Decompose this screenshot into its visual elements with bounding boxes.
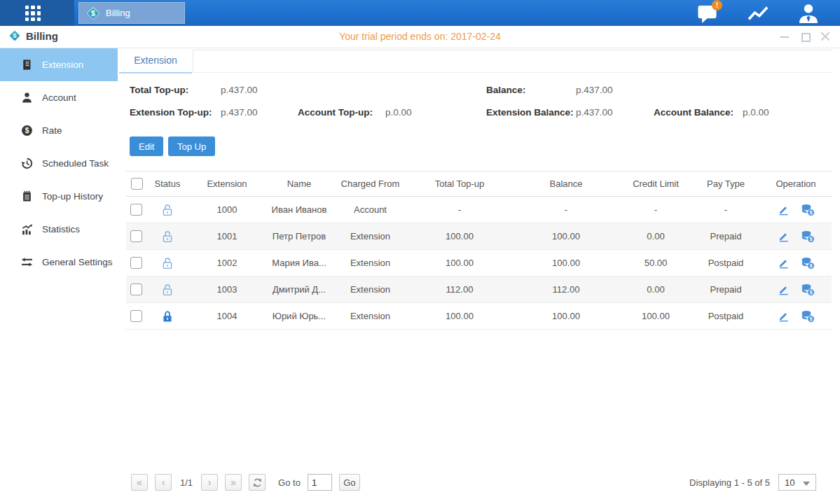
cell-extension: 1004 — [189, 303, 265, 330]
topup-row-icon[interactable] — [801, 310, 815, 323]
edit-row-icon[interactable] — [778, 284, 790, 295]
tab-extension[interactable]: Extension — [119, 48, 192, 74]
billing-app-window: Billing ! Billing Your trial period ends… — [0, 0, 840, 504]
cell-pay-type: - — [691, 197, 760, 223]
sidebar-item-topup-history[interactable]: Top-up History — [0, 180, 118, 213]
table-header-row: Status Extension Name Charged From Total… — [126, 172, 832, 197]
cell-charged-from: Extension — [333, 303, 407, 330]
cell-extension: 1000 — [189, 197, 265, 223]
trial-notice: Your trial period ends on: 2017-02-24 — [0, 31, 840, 42]
sidebar-item-extension[interactable]: Extension — [0, 48, 118, 81]
top-up-button[interactable]: Top Up — [168, 136, 215, 156]
goto-label: Go to — [278, 477, 301, 488]
row-checkbox[interactable] — [130, 230, 142, 242]
topup-row-icon[interactable] — [801, 230, 815, 243]
cell-balance: 100.00 — [512, 250, 620, 276]
lock-open-icon — [162, 204, 173, 216]
sidebar-item-general-settings[interactable]: General Settings — [0, 246, 118, 279]
sidebar-item-scheduled-task[interactable]: Scheduled Task — [0, 147, 118, 180]
edit-row-icon[interactable] — [778, 257, 790, 269]
account-balance-label: Account Balance: — [654, 107, 734, 118]
page-size-select[interactable]: 10 — [778, 474, 816, 491]
sidebar-item-label: Top-up History — [42, 191, 103, 202]
extension-table: Status Extension Name Charged From Total… — [126, 171, 832, 330]
cell-charged-from: Extension — [333, 250, 407, 276]
billing-diamond-icon — [86, 6, 100, 20]
app-grid-icon[interactable] — [25, 6, 41, 21]
sidebar-item-account[interactable]: Account — [0, 81, 118, 114]
cell-balance: - — [512, 197, 620, 223]
last-page-button[interactable]: » — [225, 474, 242, 491]
cell-credit-limit: 100.00 — [620, 303, 691, 330]
cell-extension: 1003 — [189, 276, 265, 303]
refresh-button[interactable] — [249, 474, 266, 491]
minimize-button[interactable] — [780, 31, 790, 41]
cell-pay-type: Prepaid — [691, 276, 760, 303]
window-controls — [780, 31, 830, 41]
goto-page-input[interactable] — [308, 474, 332, 491]
stats-icon — [21, 223, 33, 235]
col-credit-limit: Credit Limit — [620, 172, 691, 197]
person-icon — [21, 92, 33, 104]
cell-pay-type: Postpaid — [691, 250, 760, 276]
cell-balance: 112.00 — [512, 276, 620, 303]
col-total-topup: Total Top-up — [407, 172, 512, 197]
edit-row-icon[interactable] — [778, 230, 790, 242]
select-all-checkbox[interactable] — [131, 178, 143, 190]
cell-name: Иван Иванов — [265, 197, 333, 223]
statistics-chart-icon[interactable] — [746, 3, 770, 24]
cell-credit-limit: 50.00 — [620, 250, 691, 276]
table-row: 1003 Дмитрий Д... Extension 112.00 112.0… — [126, 276, 832, 303]
go-button[interactable]: Go — [339, 474, 360, 491]
edit-row-icon[interactable] — [778, 204, 790, 216]
col-status: Status — [146, 172, 189, 197]
edit-button[interactable]: Edit — [130, 136, 163, 156]
app-tab-billing[interactable]: Billing — [78, 2, 185, 24]
row-checkbox[interactable] — [130, 204, 142, 216]
dollar-circle-icon — [21, 125, 33, 136]
close-button[interactable] — [820, 31, 830, 41]
cell-name: Мария Ива... — [265, 250, 333, 276]
col-pay-type: Pay Type — [691, 172, 760, 197]
table-row: 1000 Иван Иванов Account - - - - — [126, 197, 832, 223]
topup-row-icon[interactable] — [801, 257, 815, 270]
sidebar-item-rate[interactable]: Rate — [0, 114, 118, 147]
sidebar-item-statistics[interactable]: Statistics — [0, 213, 118, 246]
account-balance-value: p.0.00 — [743, 107, 769, 118]
col-name: Name — [265, 172, 333, 197]
app-tab-label: Billing — [106, 8, 130, 18]
topbar-icons: ! — [696, 0, 820, 26]
cell-balance: 100.00 — [512, 303, 620, 330]
topup-row-icon[interactable] — [801, 284, 815, 296]
extension-balance-value: p.437.00 — [576, 107, 613, 118]
first-page-button[interactable]: « — [131, 474, 148, 491]
table-row: 1001 Петр Петров Extension 100.00 100.00… — [126, 223, 832, 250]
total-topup-value: p.437.00 — [221, 85, 258, 95]
prev-page-button[interactable]: ‹ — [155, 474, 172, 491]
topup-row-icon[interactable] — [801, 204, 815, 216]
cell-credit-limit: 0.00 — [620, 276, 691, 303]
maximize-button[interactable] — [800, 31, 810, 41]
user-account-icon[interactable] — [797, 3, 820, 24]
cell-total-topup: 100.00 — [407, 303, 512, 330]
cell-balance: 100.00 — [512, 223, 620, 250]
sidebar-item-label: Extension — [42, 59, 83, 70]
row-checkbox[interactable] — [130, 310, 142, 322]
edit-row-icon[interactable] — [778, 310, 790, 322]
next-page-button[interactable]: › — [201, 474, 218, 491]
messages-icon[interactable]: ! — [696, 3, 719, 24]
col-charged-from: Charged From — [333, 172, 407, 197]
cell-pay-type: Postpaid — [691, 303, 760, 330]
row-checkbox[interactable] — [130, 257, 142, 269]
row-checkbox[interactable] — [130, 284, 142, 295]
cell-total-topup: 112.00 — [407, 276, 512, 303]
sidebar-item-label: Account — [42, 92, 76, 103]
notepad-icon — [21, 190, 33, 202]
table-row: 1004 Юрий Юрь... Extension 100.00 100.00… — [126, 303, 832, 330]
cell-pay-type: Prepaid — [691, 223, 760, 250]
lock-open-icon — [162, 230, 173, 243]
col-balance: Balance — [512, 172, 620, 197]
history-icon — [21, 158, 33, 169]
cell-name: Юрий Юрь... — [265, 303, 333, 330]
col-operation: Operation — [760, 172, 832, 197]
